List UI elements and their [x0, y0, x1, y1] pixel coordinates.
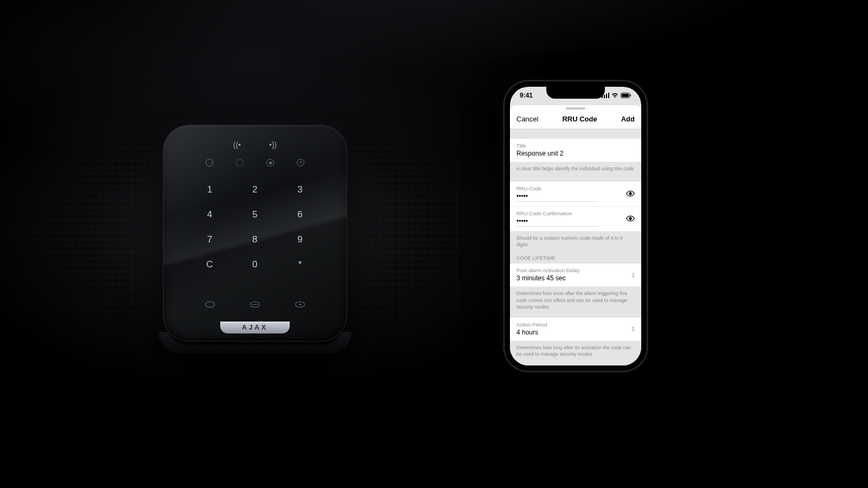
rru-code-cell[interactable]: RRU Code ••••• — [510, 182, 641, 207]
keypad-status-row — [163, 159, 347, 166]
title-input[interactable]: Response unit 2 — [516, 150, 635, 157]
status-time: 9:41 — [520, 92, 533, 99]
mode-night-icon[interactable] — [250, 301, 260, 307]
keypad-brand-badge: AJAX — [220, 322, 290, 333]
svg-rect-6 — [630, 94, 631, 97]
modal-navbar: Cancel RRU Code Add — [510, 110, 641, 129]
key-9[interactable]: 9 — [278, 227, 323, 252]
svg-rect-2 — [606, 94, 607, 98]
modal-sheet: Cancel RRU Code Add — [510, 105, 641, 129]
rfid-left-icon: ((• — [233, 140, 241, 149]
key-2[interactable]: 2 — [232, 177, 277, 202]
key-0[interactable]: 0 — [232, 252, 277, 277]
activation-delay-hint: Determines how soon after the alarm trig… — [510, 287, 641, 310]
status-circle-icon — [206, 159, 213, 166]
status-fault-icon — [297, 159, 304, 166]
status-armed-icon — [266, 159, 274, 166]
code-hint: Should be a custom numeric code made of … — [510, 232, 641, 248]
keypad-grid: 1 2 3 4 5 6 7 8 9 C 0 * — [187, 177, 323, 277]
rfid-right-icon: •)) — [269, 140, 277, 149]
title-hint: A clear title helps identify the individ… — [510, 162, 641, 172]
svg-rect-5 — [622, 94, 629, 97]
background-texture — [0, 0, 868, 488]
keypad-mode-row — [187, 301, 323, 307]
stepper-icon[interactable]: ▴▾ — [632, 272, 635, 279]
wifi-icon — [611, 93, 618, 98]
rru-confirm-cell[interactable]: RRU Code Confirmation ••••• — [510, 207, 641, 232]
eye-icon[interactable] — [626, 189, 635, 198]
keypad-device: ((• •)) 1 2 3 4 5 6 7 8 9 C 0 * AJ — [163, 125, 347, 342]
key-6[interactable]: 6 — [278, 202, 323, 227]
phone-notch — [546, 87, 605, 99]
stepper-icon[interactable]: ▴▾ — [632, 325, 635, 332]
add-button[interactable]: Add — [621, 115, 635, 123]
activation-delay-label: Post-alarm Activation Delay — [516, 267, 628, 273]
eye-icon[interactable] — [626, 214, 635, 223]
rru-confirm-input[interactable]: ••••• — [516, 217, 598, 227]
key-1[interactable]: 1 — [187, 177, 232, 202]
key-7[interactable]: 7 — [187, 227, 232, 252]
activation-delay-cell[interactable]: Post-alarm Activation Delay 3 minutes 45… — [510, 264, 641, 287]
rru-code-input[interactable]: ••••• — [516, 192, 598, 202]
keypad-rfid-indicators: ((• •)) — [163, 140, 347, 149]
action-period-hint: Determines how long after its activation… — [510, 341, 641, 357]
key-5[interactable]: 5 — [232, 202, 277, 227]
key-star[interactable]: * — [278, 252, 323, 277]
form-content[interactable]: Title Response unit 2 A clear title help… — [510, 129, 641, 365]
key-3[interactable]: 3 — [278, 177, 323, 202]
status-partial-icon — [236, 159, 244, 166]
modal-title: RRU Code — [562, 115, 597, 123]
svg-rect-1 — [604, 95, 605, 98]
key-clear[interactable]: C — [187, 252, 232, 277]
svg-rect-3 — [608, 93, 609, 98]
keypad-face: ((• •)) 1 2 3 4 5 6 7 8 9 C 0 * AJ — [163, 125, 347, 342]
svg-point-8 — [629, 217, 631, 220]
cancel-button[interactable]: Cancel — [516, 115, 538, 123]
key-8[interactable]: 8 — [232, 227, 277, 252]
phone-screen: 9:41 Cancel RRU Code Add — [510, 87, 641, 365]
activation-delay-value: 3 minutes 45 sec — [516, 274, 628, 282]
mode-arm-icon[interactable] — [295, 301, 305, 307]
title-cell[interactable]: Title Response unit 2 — [510, 139, 641, 162]
action-period-value: 4 hours — [516, 329, 628, 336]
key-4[interactable]: 4 — [187, 202, 232, 227]
lifetime-header: CODE LIFETIME — [510, 248, 641, 264]
action-period-cell[interactable]: Action Period 4 hours ▴▾ — [510, 318, 641, 341]
phone-frame: 9:41 Cancel RRU Code Add — [505, 81, 647, 371]
rru-confirm-label: RRU Code Confirmation — [516, 210, 622, 216]
action-period-label: Action Period — [516, 322, 628, 328]
rru-code-label: RRU Code — [516, 185, 622, 191]
svg-point-7 — [629, 192, 631, 195]
mode-disarm-icon[interactable] — [205, 301, 215, 307]
title-label: Title — [516, 143, 635, 149]
battery-icon — [621, 93, 631, 98]
